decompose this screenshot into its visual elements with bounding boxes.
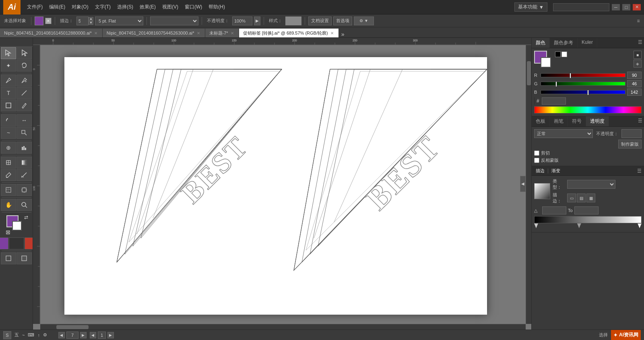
add-anchor-tool[interactable]: + (17, 74, 32, 87)
stroke-style-icon[interactable]: ✕ (45, 18, 52, 24)
isolation-mode-btn[interactable] (17, 252, 32, 264)
extra-toolbar-btn[interactable]: ⚙ ▼ (354, 16, 374, 25)
page-input[interactable] (98, 332, 106, 339)
r-panel-menu-icon[interactable]: ☰ (636, 38, 644, 48)
ts-opacity-input[interactable]: 100% (621, 129, 642, 138)
r-tab-kuler[interactable]: Kuler (578, 38, 597, 48)
sgh-gradient-tab[interactable]: 渐变 (550, 168, 562, 174)
artboard[interactable]: BEST (64, 57, 487, 315)
b-slider-track[interactable] (541, 90, 625, 94)
h-scroll-thumb[interactable] (56, 325, 89, 329)
gradient-tool[interactable] (17, 157, 32, 169)
gradient-stop-right[interactable] (638, 223, 642, 228)
maximize-button[interactable]: □ (622, 4, 630, 10)
g-slider-track[interactable] (541, 82, 625, 86)
b-slider-thumb[interactable] (587, 90, 589, 95)
reset-colors-icon[interactable]: ⊠ (6, 229, 10, 235)
artboard-tool[interactable] (17, 184, 32, 196)
sg-panel-menu[interactable]: ☰ (637, 168, 642, 174)
gradient-stop-left[interactable] (534, 223, 538, 228)
color-spectrum[interactable] (534, 106, 642, 113)
fill-color-swatch[interactable] (35, 16, 43, 25)
menu-file[interactable]: 文件(F) (24, 3, 46, 11)
sgh-stroke-tab[interactable]: 描边 (534, 168, 546, 174)
r-panel2-menu-icon[interactable]: ☰ (636, 116, 644, 126)
opacity-toggle-btn[interactable]: ▶ (254, 16, 260, 25)
minimize-button[interactable]: ─ (612, 4, 620, 10)
tab-3-close[interactable]: ✕ (330, 31, 334, 35)
menu-view[interactable]: 视图(V) (159, 3, 182, 11)
gradient-stroke-btn-3[interactable]: ▦ (586, 194, 595, 202)
rect-tool[interactable] (1, 99, 16, 111)
menu-window[interactable]: 窗口(W) (182, 3, 205, 11)
clip-checkbox[interactable] (534, 150, 539, 156)
page-back-btn[interactable]: ◀ (90, 332, 96, 338)
r-slider-track[interactable] (541, 73, 625, 77)
scale-tool[interactable] (17, 127, 32, 139)
make-mask-btn[interactable]: 制作蒙版 (618, 140, 642, 148)
tab-1[interactable]: Nipic_8047451_20140816075445263000.ai* ✕ (103, 29, 205, 37)
menu-effect[interactable]: 效果(E) (136, 3, 159, 11)
type-tool[interactable]: T (1, 87, 16, 99)
magic-wand-tool[interactable]: ✦ (1, 60, 16, 72)
r-tab-color[interactable]: 颜色 (532, 38, 550, 48)
gradient-stop-mid[interactable] (577, 223, 581, 228)
workspace-toggle[interactable]: 基本功能 ▼ (514, 2, 547, 12)
gradient-type-select[interactable] (567, 180, 615, 189)
hex-input[interactable]: 5A2E8E (542, 97, 566, 105)
r-tab-color-ref[interactable]: 颜色参考 (550, 38, 578, 48)
zoom-back-btn[interactable]: ◀ (58, 332, 65, 338)
b-value-input[interactable]: 142 (627, 89, 642, 96)
status-icon-settings[interactable]: ⚙ (43, 332, 47, 338)
tab-3[interactable]: 促销标签 [转换].ai* @ 689.57% (RGB/轮廓) ✕ (239, 29, 339, 37)
tab-1-close[interactable]: ✕ (196, 31, 201, 35)
measure-tool[interactable] (17, 169, 32, 181)
lasso-tool[interactable] (17, 60, 32, 72)
status-icon-s[interactable]: S (3, 331, 11, 339)
swap-colors-icon[interactable]: ⇄ (24, 214, 28, 220)
gradient-preview[interactable] (534, 183, 550, 199)
none-btn[interactable] (25, 237, 33, 249)
menu-help[interactable]: 帮助(H) (205, 3, 228, 11)
gradient-btn-small[interactable] (9, 237, 24, 249)
zoom-input[interactable] (66, 332, 78, 339)
menu-object[interactable]: 对象(O) (68, 3, 91, 11)
gradient-stroke-btn-2[interactable]: ▤ (577, 194, 586, 202)
gradient-angle-input[interactable] (542, 206, 566, 214)
column-graph-tool[interactable] (17, 142, 32, 154)
status-icon-up[interactable]: ↑ (37, 333, 40, 338)
zoom-tool[interactable] (17, 199, 32, 211)
reflect-tool[interactable]: ↔ (17, 114, 32, 126)
tab-0-close[interactable]: ✕ (93, 31, 98, 35)
canvas-background[interactable]: BEST (40, 45, 526, 324)
eyedropper-tool[interactable] (1, 169, 16, 181)
symbol-sprayer-tool[interactable]: ⊕ (1, 142, 16, 154)
ai-brand-logo[interactable]: ✦ AI资讯网 (611, 330, 641, 340)
status-icon-5[interactable]: 五 (14, 332, 19, 338)
status-icon-wave[interactable]: ~ (22, 333, 25, 338)
r-tab-symbols[interactable]: 符号 (568, 116, 586, 126)
r-tab-swatches[interactable]: 色板 (532, 116, 550, 126)
gradient-bar[interactable] (534, 216, 642, 223)
r-value-input[interactable]: 90 (627, 72, 642, 79)
panel-collapse-btn[interactable]: ◀ (520, 176, 526, 192)
r-tab-brushes[interactable]: 画笔 (550, 116, 568, 126)
g-slider-thumb[interactable] (555, 81, 557, 87)
gradient-stroke-btn-1[interactable]: ▭ (567, 194, 576, 202)
stroke-down-btn[interactable]: ▼ (89, 21, 93, 25)
stroke-width-input[interactable] (76, 16, 89, 25)
gradient-to-input[interactable] (574, 206, 599, 214)
zoom-fwd-btn[interactable]: ▶ (80, 332, 87, 338)
tab-0[interactable]: Nipic_8047451_20140816145012880000.ai* ✕ (0, 29, 103, 37)
canvas-area[interactable]: 0 50 100 150 200 250 (33, 38, 531, 330)
white-swatch[interactable] (561, 52, 567, 57)
invert-mask-checkbox[interactable] (534, 158, 539, 163)
style-swatch[interactable] (285, 16, 301, 25)
menu-edit[interactable]: 编辑(E) (46, 3, 68, 11)
prefs-btn[interactable]: 首选项 (333, 16, 352, 25)
page-fwd-btn[interactable]: ▶ (107, 332, 114, 338)
select-tool[interactable] (1, 47, 16, 59)
cmyk-icon[interactable]: ◈ (634, 60, 642, 68)
slice-tool[interactable] (1, 184, 16, 196)
close-button[interactable]: ✕ (633, 4, 641, 10)
